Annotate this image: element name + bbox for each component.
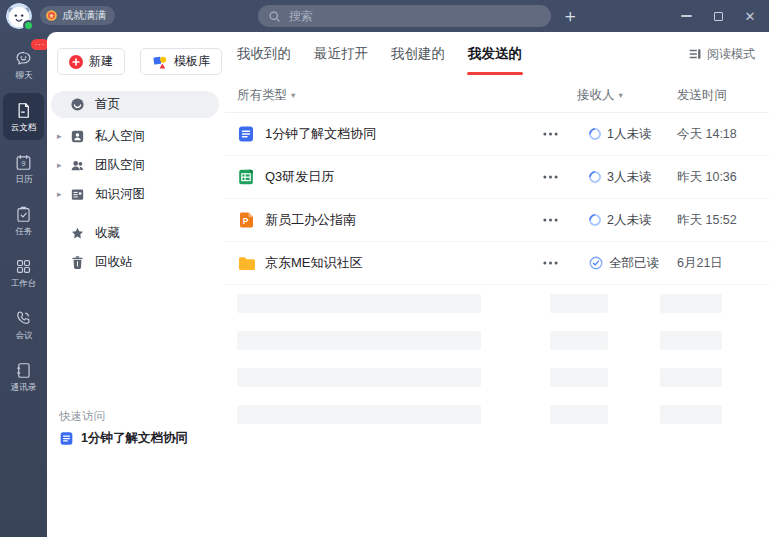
table-row[interactable]: P 新员工办公指南 2人未读 昨天 15:52 [225, 199, 769, 242]
search-input[interactable] [287, 8, 541, 24]
receiver-column-header[interactable]: 接收人 ▾ [565, 87, 667, 104]
expand-caret-icon[interactable]: ▸ [57, 132, 62, 141]
title-bar: 成就满满 ＋ ✕ [0, 0, 769, 32]
skeleton-bar [660, 405, 722, 424]
calendar-icon: 9 [14, 153, 33, 172]
maximize-icon [714, 12, 723, 21]
row-title: 新员工办公指南 [265, 211, 356, 229]
team-space-icon [69, 157, 86, 174]
receiver-status[interactable]: 全部已读 [565, 255, 667, 272]
nav-item-recycle-bin[interactable]: 回收站 [51, 249, 219, 276]
skeleton-bar [237, 368, 481, 387]
app-window: 成就满满 ＋ ✕ 聊天 ··· [0, 0, 769, 537]
tab-recently-opened[interactable]: 最近打开 [314, 32, 368, 76]
rail-item-label: 日历 [15, 175, 32, 184]
receiver-status[interactable]: 1人未读 [565, 126, 667, 143]
receiver-status[interactable]: 3人未读 [565, 169, 667, 186]
table-row[interactable]: 1分钟了解文档协同 1人未读 今天 14:18 [225, 113, 769, 156]
folder-yellow-icon [237, 254, 255, 272]
rail-item-chat[interactable]: 聊天 ··· [3, 41, 44, 88]
new-document-button[interactable]: 新建 [57, 48, 125, 75]
nav-item-team-space[interactable]: ▸ 团队空间 [51, 152, 219, 179]
nav-item-label: 私人空间 [95, 128, 145, 145]
unread-ring-icon [587, 126, 604, 143]
rail-item-calendar[interactable]: 9 日历 [3, 145, 44, 192]
more-icon [543, 132, 558, 136]
new-tab-button[interactable]: ＋ [558, 4, 582, 28]
rail-item-label: 工作台 [11, 279, 37, 288]
send-time-column-header: 发送时间 [667, 87, 755, 104]
rail-item-workbench[interactable]: 工作台 [3, 249, 44, 296]
type-filter-label: 所有类型 [237, 87, 287, 104]
nav-item-home[interactable]: 首页 [51, 91, 219, 118]
star-icon [69, 225, 86, 242]
all-read-check-icon [589, 256, 603, 270]
chevron-down-icon: ▾ [291, 91, 295, 100]
receiver-status-label: 全部已读 [609, 255, 659, 272]
more-actions-button[interactable] [539, 252, 561, 274]
tab-created-by-me[interactable]: 我创建的 [391, 32, 445, 76]
rail-item-label: 云文档 [11, 123, 37, 132]
skeleton-row [225, 396, 769, 433]
global-search[interactable] [258, 5, 551, 27]
read-mode-toggle[interactable]: 阅读模式 [688, 46, 755, 63]
send-time: 昨天 10:36 [667, 169, 755, 186]
row-title: Q3研发日历 [265, 168, 334, 186]
rail-item-label: 会议 [15, 331, 32, 340]
skeleton-bar [550, 368, 608, 387]
tabs-bar: 我收到的 最近打开 我创建的 我发送的 阅读模式 [225, 32, 769, 76]
maximize-button[interactable] [711, 9, 725, 23]
online-status-dot [23, 20, 34, 31]
minimize-button[interactable] [679, 9, 693, 23]
read-mode-label: 阅读模式 [707, 46, 755, 63]
task-icon [14, 205, 33, 224]
rail-item-label: 聊天 [15, 71, 32, 80]
type-filter-dropdown[interactable]: 所有类型 ▾ [237, 87, 535, 104]
skeleton-bar [660, 294, 722, 313]
nav-item-favorites[interactable]: 收藏 [51, 220, 219, 247]
expand-caret-icon[interactable]: ▸ [57, 190, 62, 199]
nav-item-label: 回收站 [95, 254, 133, 271]
plus-icon: ＋ [561, 7, 579, 25]
rail-item-cloud-docs[interactable]: 云文档 [3, 93, 44, 140]
content-area: 新建 模板库 首页 [47, 32, 769, 537]
quick-access-item[interactable]: 1分钟了解文档协同 [59, 430, 188, 447]
quick-access-item-label: 1分钟了解文档协同 [81, 430, 188, 447]
loading-skeleton [225, 285, 769, 433]
table-header: 所有类型 ▾ 接收人 ▾ 发送时间 [225, 79, 769, 113]
more-actions-button[interactable] [539, 123, 561, 145]
receiver-status[interactable]: 2人未读 [565, 212, 667, 229]
more-icon [543, 175, 558, 179]
skeleton-bar [237, 331, 481, 350]
more-actions-button[interactable] [539, 209, 561, 231]
ppt-orange-icon: P [237, 211, 255, 229]
user-avatar[interactable] [6, 3, 32, 29]
row-title: 京东ME知识社区 [265, 254, 363, 272]
expand-caret-icon[interactable]: ▸ [57, 161, 62, 170]
nav-item-knowledge-map[interactable]: ▸ 知识河图 [51, 181, 219, 208]
rail-item-tasks[interactable]: 任务 [3, 197, 44, 244]
close-button[interactable]: ✕ [743, 9, 757, 23]
rail-item-contacts[interactable]: 通讯录 [3, 353, 44, 400]
medal-icon [45, 9, 58, 22]
table-row[interactable]: 京东ME知识社区 全部已读 6月21日 [225, 242, 769, 285]
tab-sent-by-me[interactable]: 我发送的 [468, 32, 522, 76]
more-actions-button[interactable] [539, 166, 561, 188]
quick-access-title: 快速访问 [59, 409, 105, 424]
receiver-status-label: 3人未读 [607, 169, 651, 186]
tab-received[interactable]: 我收到的 [237, 32, 291, 76]
template-library-button[interactable]: 模板库 [140, 48, 222, 75]
rail-item-meetings[interactable]: 会议 [3, 301, 44, 348]
meeting-icon [14, 309, 33, 328]
achievement-badge[interactable]: 成就满满 [40, 6, 115, 25]
unread-ring-icon [587, 212, 604, 229]
tab-label: 我创建的 [391, 45, 445, 63]
nav-item-personal-space[interactable]: ▸ 私人空间 [51, 123, 219, 150]
skeleton-bar [550, 331, 608, 350]
skeleton-row [225, 285, 769, 322]
table-row[interactable]: Q3研发日历 3人未读 昨天 10:36 [225, 156, 769, 199]
skeleton-bar [237, 294, 481, 313]
rail-item-label: 任务 [15, 227, 32, 236]
skeleton-bar [660, 368, 722, 387]
row-title: 1分钟了解文档协同 [265, 125, 376, 143]
